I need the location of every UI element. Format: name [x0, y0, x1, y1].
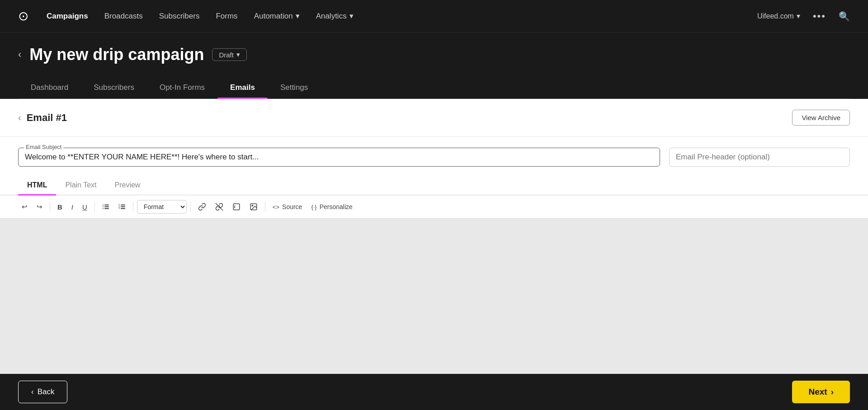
campaign-title: My new drip campaign	[29, 45, 204, 64]
tab-dashboard[interactable]: Dashboard	[18, 77, 81, 98]
format-select[interactable]: Format Paragraph Heading 1 Heading 2 Hea…	[137, 200, 187, 214]
back-arrow-icon: ‹	[31, 387, 34, 396]
svg-rect-2	[103, 206, 104, 207]
subject-field-wrap: Email Subject	[18, 148, 660, 167]
bottom-bar: ‹ Back Next ›	[0, 374, 868, 410]
nav-links: Campaigns Broadcasts Subscribers Forms A…	[47, 11, 757, 21]
svg-rect-0	[103, 205, 104, 205]
tab-plain-text[interactable]: Plain Text	[56, 176, 105, 195]
editor-tabs-row: HTML Plain Text Preview	[0, 176, 868, 196]
blockquote-button[interactable]	[229, 200, 244, 214]
chevron-down-icon: ▾	[349, 11, 354, 21]
draft-badge[interactable]: Draft ▾	[212, 48, 247, 61]
svg-rect-13	[233, 204, 240, 210]
email-editor-container: ‹ Email #1 View Archive Email Subject HT…	[0, 99, 868, 374]
undo-button[interactable]: ↩	[18, 200, 31, 214]
email-subject-section: Email Subject	[0, 137, 868, 167]
toolbar-separator	[94, 202, 95, 212]
top-navigation: ⊙ Campaigns Broadcasts Subscribers Forms…	[0, 0, 868, 33]
preheader-field-wrap	[669, 148, 850, 167]
editor-toolbar: ↩ ↪ B I U 1.2.3. Format Paragraph Headin…	[0, 196, 868, 219]
campaign-back-arrow[interactable]: ‹	[18, 49, 21, 61]
next-arrow-icon: ›	[831, 387, 834, 397]
toolbar-separator	[265, 202, 265, 212]
email-nav-left: ‹ Email #1	[18, 112, 67, 124]
link-button[interactable]	[194, 200, 210, 214]
image-button[interactable]	[246, 200, 261, 214]
tab-settings[interactable]: Settings	[268, 77, 321, 98]
more-options-icon[interactable]: •••	[813, 10, 826, 22]
nav-analytics[interactable]: Analytics ▾	[316, 11, 354, 21]
unordered-list-button[interactable]	[99, 200, 113, 213]
view-archive-button[interactable]: View Archive	[792, 110, 850, 126]
sub-tabs: Dashboard Subscribers Opt-In Forms Email…	[18, 77, 850, 99]
chevron-down-icon: ▾	[236, 51, 240, 59]
email-nav-row: ‹ Email #1 View Archive	[0, 99, 868, 137]
back-button[interactable]: ‹ Back	[18, 381, 67, 403]
next-button[interactable]: Next ›	[792, 381, 850, 403]
nav-broadcasts[interactable]: Broadcasts	[104, 12, 143, 21]
svg-rect-5	[104, 208, 109, 209]
nav-campaigns[interactable]: Campaigns	[47, 12, 88, 21]
campaign-title-row: ‹ My new drip campaign Draft ▾	[18, 45, 850, 64]
tab-subscribers[interactable]: Subscribers	[81, 77, 147, 98]
tab-opt-in-forms[interactable]: Opt-In Forms	[147, 77, 217, 98]
svg-rect-9	[121, 206, 125, 207]
toolbar-separator	[133, 202, 133, 212]
nav-right: Uifeed.com ▾ ••• 🔍	[757, 10, 850, 22]
logo[interactable]: ⊙	[18, 10, 28, 23]
svg-rect-1	[104, 205, 109, 205]
redo-button[interactable]: ↪	[33, 200, 46, 214]
tab-html[interactable]: HTML	[18, 176, 56, 195]
tab-preview[interactable]: Preview	[106, 176, 150, 195]
editor-body[interactable]	[0, 219, 868, 374]
nav-automation[interactable]: Automation ▾	[254, 11, 300, 21]
bold-button[interactable]: B	[54, 200, 66, 214]
svg-rect-4	[103, 208, 104, 209]
italic-button[interactable]: I	[68, 200, 77, 214]
campaign-header: ‹ My new drip campaign Draft ▾ Dashboard…	[0, 33, 868, 99]
toolbar-separator	[50, 202, 50, 212]
email-preheader-input[interactable]	[676, 153, 843, 162]
svg-rect-11	[121, 208, 125, 209]
underline-button[interactable]: U	[79, 200, 91, 214]
personalize-button[interactable]: {·} Personalize	[307, 200, 356, 213]
email-title: Email #1	[27, 112, 67, 124]
svg-point-16	[252, 205, 253, 206]
nav-subscribers[interactable]: Subscribers	[159, 12, 200, 21]
subject-label: Email Subject	[24, 144, 63, 150]
svg-text:3.: 3.	[118, 207, 120, 210]
site-selector[interactable]: Uifeed.com ▾	[757, 12, 800, 20]
unlink-button[interactable]	[212, 200, 227, 214]
main-content: ‹ Email #1 View Archive Email Subject HT…	[0, 99, 868, 374]
tab-emails[interactable]: Emails	[217, 77, 268, 98]
search-icon[interactable]: 🔍	[839, 11, 850, 22]
source-button[interactable]: <> Source	[269, 200, 306, 213]
ordered-list-button[interactable]: 1.2.3.	[115, 200, 129, 213]
chevron-down-icon: ▾	[797, 12, 800, 20]
svg-rect-3	[104, 206, 109, 207]
email-back-arrow[interactable]: ‹	[18, 112, 21, 123]
toolbar-separator	[190, 202, 191, 212]
email-subject-input[interactable]	[25, 153, 653, 162]
chevron-down-icon: ▾	[296, 11, 300, 21]
nav-forms[interactable]: Forms	[216, 12, 237, 21]
svg-rect-7	[121, 205, 125, 205]
